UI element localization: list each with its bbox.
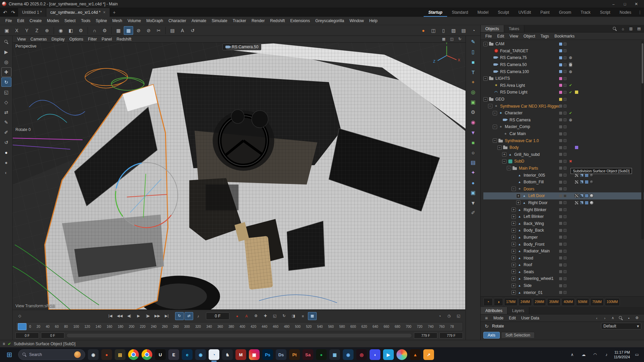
clock[interactable]: 11:17 PM 11/9/2024 [614,350,630,360]
visibility-toggle[interactable] [564,174,567,177]
menu-create[interactable]: Create [27,18,44,24]
visibility-toggle[interactable] [564,153,567,156]
om-menu-tags[interactable]: Tags [538,33,552,39]
visibility-toggle[interactable] [564,105,567,108]
tree-row-lights[interactable]: −LIGHTS [483,75,644,82]
tree-row-roof[interactable]: +▲Roof [483,261,644,268]
layer-color-swatch[interactable] [559,91,562,94]
tree-row-grill-no-subd[interactable]: +▲Grill_No_subd [483,151,644,158]
visibility-toggle[interactable] [564,256,567,259]
uv-tag-icon[interactable] [585,194,589,198]
autokey-button[interactable]: A [242,312,251,320]
autokey-ring-icon[interactable]: A [178,26,187,35]
layer-color-swatch[interactable] [559,49,562,52]
layer-color-swatch[interactable] [559,174,562,177]
person-view-icon[interactable]: ◔ [483,298,493,306]
motion-system-icon[interactable]: ◔ [435,312,444,320]
camera-link-icon[interactable]: ⊕ [569,69,572,74]
capsule-icon[interactable]: ✦ [468,168,479,177]
layer-color-swatch[interactable] [559,250,562,253]
visibility-toggle[interactable] [564,118,567,121]
tab-attributes[interactable]: Attributes [481,307,507,314]
attr-gear-icon[interactable]: ⚙ [633,315,641,321]
sphere-dark-tag-icon[interactable] [590,180,594,184]
tree-row-back-wing[interactable]: +▲Back_Wing [483,220,644,227]
layer-color-swatch[interactable] [559,63,562,66]
expand-toggle-icon[interactable]: + [512,207,516,212]
goto-start-button[interactable]: |◀ [106,312,115,320]
loop-select-icon[interactable]: ↺ [1,138,11,147]
axis-button[interactable]: Axis [483,332,500,339]
visibility-toggle[interactable] [564,236,567,239]
expand-toggle-icon[interactable]: − [507,166,511,170]
add-document-button[interactable]: + [110,8,119,17]
layer-color-swatch[interactable] [559,70,562,73]
tree-row-rs-area-light[interactable]: ✶RS Area Light✔ [483,82,644,89]
record-rotation-icon[interactable]: ↻ [280,312,288,320]
uv-tag-icon[interactable] [585,201,589,205]
asset-tray-icon[interactable]: ▼ [468,198,479,207]
share-app-taskbar-icon[interactable]: ↗ [423,349,434,360]
om-menu-bookmarks[interactable]: Bookmarks [552,33,577,39]
tree-row-right-blinker[interactable]: +▲Right Blinker [483,206,644,213]
layer-color-swatch[interactable] [559,98,562,101]
layer-color-swatch[interactable] [559,139,562,142]
wifi-icon[interactable]: ◠ [591,351,599,359]
substance-sampler-taskbar-icon[interactable]: Sa [303,349,313,360]
rotate-tool-icon[interactable]: ↻ [1,77,11,87]
om-menu-edit[interactable]: Edit [494,33,507,39]
sphere-gray-tag-icon[interactable] [590,194,594,198]
sound-toggle-icon[interactable]: ♪ [194,312,203,320]
prev-key-button[interactable]: ◀◀ [115,312,124,320]
mirror-tool-icon[interactable]: ⇄ [1,108,11,117]
instagram-taskbar-icon[interactable]: ▣ [249,349,260,360]
play-button[interactable]: ▶ [134,312,143,320]
visibility-toggle[interactable] [564,250,567,253]
layout-tab-startup[interactable]: Startup [424,8,447,17]
range-end-field[interactable]: 779 F [414,333,437,339]
knife-tool-icon[interactable]: ✎ [1,118,11,127]
expand-toggle-icon[interactable]: + [512,235,516,239]
start-button[interactable]: ⊞ [3,349,15,360]
person-view-alt-icon[interactable]: ◑ [494,298,503,306]
layout-tab-paint[interactable]: Paint [536,8,554,17]
disabled-x-icon[interactable]: ✖ [569,159,572,164]
record-parameter-icon[interactable]: ◨ [289,312,298,320]
enabled-check-icon[interactable]: ✔ [569,111,572,115]
timeline-ruler[interactable]: 0204060801001201401601802002202402602803… [15,322,463,331]
menu-modes[interactable]: Modes [44,18,62,24]
vp-menu-redshift[interactable]: Redshift [114,37,134,42]
notification-icon[interactable]: ▭ [633,351,641,358]
tree-row-seats[interactable]: +▲Seats [483,268,644,276]
layer-color-swatch[interactable] [559,160,562,163]
snap-keys-icon[interactable]: ▦ [308,312,317,320]
visibility-toggle[interactable] [564,125,567,128]
visibility-toggle[interactable] [564,49,567,52]
visibility-toggle[interactable] [564,291,567,294]
film-settings-icon[interactable]: ▤ [168,26,177,35]
mograph-cloner-icon[interactable]: ◎ [468,87,479,97]
visibility-toggle[interactable] [564,208,567,211]
gravity-icon[interactable]: ▼ [468,128,479,137]
workplane-lock-icon[interactable]: ⊘ [144,26,153,35]
tree-row-rs-camera-75[interactable]: RS Camera.75⊕ [483,54,644,61]
menu-redshift[interactable]: Redshift [267,18,287,24]
panel-scrollbar[interactable] [641,41,644,239]
tree-row-subd[interactable]: −SubD✖ [483,158,644,165]
soft-selection-button[interactable]: Soft Selection [501,332,535,339]
vp-menu-panel[interactable]: Panel [99,37,114,42]
character-head-icon[interactable]: ◔ [469,26,478,35]
vp-menu-options[interactable]: Options [67,37,86,42]
tree-row-cam[interactable]: −CAM [483,41,644,48]
keyframe-diamond-icon[interactable]: ◇ [15,312,24,320]
tree-row-body[interactable]: −Body [483,144,644,151]
layer-color-swatch[interactable] [559,105,562,108]
attr-burger-icon[interactable]: ≡ [483,315,490,321]
text-tool-icon[interactable]: T [468,67,479,77]
brush-tool-icon[interactable]: ✐ [1,128,11,137]
menu-character[interactable]: Character [166,18,189,24]
camera-link-icon[interactable]: ⊕ [569,62,572,67]
expand-toggle-icon[interactable]: − [497,145,502,150]
effector-icon[interactable]: ▣ [468,98,479,107]
expand-toggle-icon[interactable]: + [512,290,516,295]
